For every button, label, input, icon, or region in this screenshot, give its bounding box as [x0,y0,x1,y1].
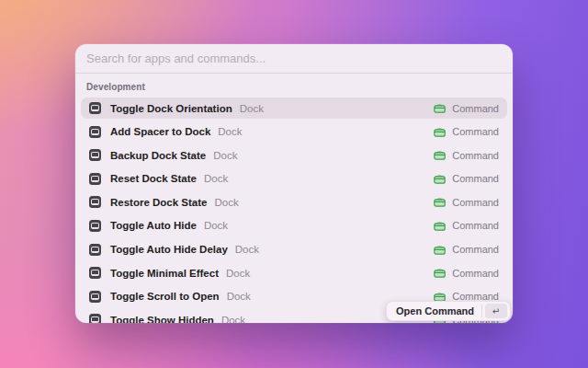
command-title: Add Spacer to Dock [110,126,210,137]
command-title: Toggle Scroll to Open [110,291,220,302]
desktop-background: { "search": { "placeholder": "Search for… [0,0,588,368]
launcher-window: Development Toggle Dock Orientation Dock… [75,44,513,323]
command-subtitle: Dock [226,268,250,279]
dock-extension-icon [434,268,446,278]
command-list: Toggle Dock Orientation Dock Command Add… [81,98,507,323]
command-type-label: Command [452,173,499,184]
command-title: Toggle Auto Hide Delay [110,244,228,255]
dock-app-icon [89,291,101,303]
command-type-label: Command [452,150,499,161]
dock-app-icon [89,314,101,323]
dock-extension-icon [434,245,446,255]
dock-app-icon [89,102,101,114]
dock-extension-icon [434,197,446,207]
list-item[interactable]: Backup Dock State Dock Command [81,144,507,166]
list-item[interactable]: Restore Dock State Dock Command [81,191,507,213]
dock-extension-icon [434,150,446,160]
open-command-label: Open Command [396,305,474,316]
results-area: Development Toggle Dock Orientation Dock… [75,74,513,323]
command-title: Backup Dock State [110,150,206,161]
section-header: Development [81,74,507,98]
list-item[interactable]: Toggle Dock Orientation Dock Command [81,98,507,119]
dock-app-icon [89,267,101,279]
command-type-label: Command [452,268,499,279]
enter-key-icon: ↵ [485,304,507,318]
command-subtitle: Dock [213,150,237,161]
command-title: Reset Dock State [110,173,197,184]
dock-extension-icon [434,221,446,231]
dock-app-icon [89,196,101,208]
dock-app-icon [89,220,101,232]
dock-app-icon [89,244,101,256]
command-type-label: Command [452,220,499,231]
command-subtitle: Dock [221,315,245,323]
hint-divider [481,305,482,317]
command-subtitle: Dock [235,244,259,255]
list-item[interactable]: Reset Dock State Dock Command [81,168,507,190]
command-title: Toggle Auto Hide [110,220,197,231]
command-title: Toggle Dock Orientation [110,103,232,114]
command-subtitle: Dock [218,126,242,137]
command-title: Toggle Show Hidden [110,315,214,323]
command-subtitle: Dock [214,197,238,208]
list-item[interactable]: Toggle Minimal Effect Dock Command [81,262,507,283]
search-bar[interactable] [75,44,513,73]
command-type-label: Command [452,126,499,137]
dock-extension-icon [434,174,446,184]
search-input[interactable] [86,52,502,65]
command-subtitle: Dock [240,103,264,114]
list-item[interactable]: Toggle Auto Hide Delay Dock Command [81,239,507,260]
dock-extension-icon [434,103,446,113]
command-subtitle: Dock [227,291,251,302]
list-item[interactable]: Add Spacer to Dock Dock Command [81,121,507,143]
dock-app-icon [89,149,101,161]
command-title: Restore Dock State [110,197,207,208]
command-type-label: Command [452,244,499,255]
command-subtitle: Dock [204,220,228,231]
command-type-label: Command [452,197,499,208]
dock-app-icon [89,173,101,185]
command-type-label: Command [452,103,499,114]
dock-app-icon [89,126,101,138]
open-command-hint[interactable]: Open Command ↵ [386,301,511,321]
command-title: Toggle Minimal Effect [110,268,219,279]
dock-extension-icon [434,127,446,137]
command-subtitle: Dock [204,173,228,184]
list-item[interactable]: Toggle Auto Hide Dock Command [81,215,507,236]
